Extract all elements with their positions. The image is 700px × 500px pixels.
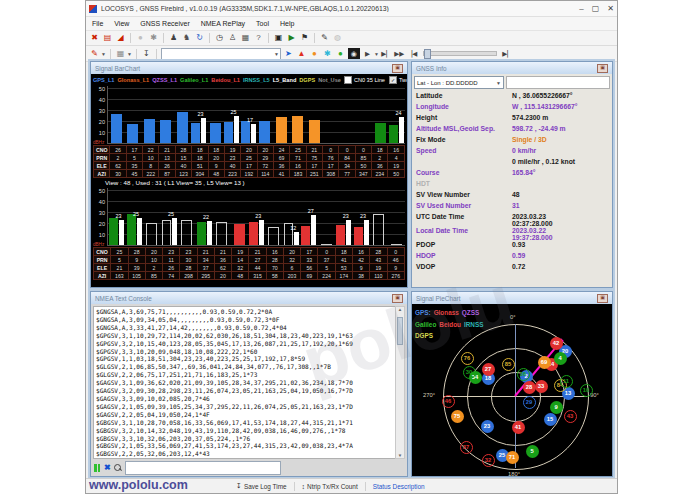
pen-icon[interactable]: ✎ (89, 48, 100, 60)
chevron-down-icon[interactable]: ▼ (127, 51, 132, 57)
checkbox-box[interactable] (344, 76, 352, 84)
status-item-save-log-time[interactable]: ↧Save Log Time (236, 482, 287, 490)
skip-forward-button[interactable]: ▶▶ (394, 48, 405, 60)
settings-icon[interactable]: ✱ (148, 32, 159, 44)
users-icon[interactable]: ♞ (181, 32, 192, 44)
ok-icon[interactable]: ● (335, 48, 346, 60)
image-view-icon[interactable]: ▣ (273, 32, 284, 44)
l5-bar (234, 116, 239, 144)
signal-bar (216, 222, 227, 245)
pause-button[interactable] (93, 463, 101, 473)
checkbox-box[interactable]: ✓ (389, 76, 397, 84)
person-icon[interactable]: ♙ (227, 32, 238, 44)
y-tick: 10 (93, 232, 105, 238)
bar-value-label: 27 (308, 208, 314, 214)
cell-ele: 17 (306, 162, 322, 170)
cell-ele: 37 (197, 264, 214, 272)
gnss-panel-title: GNSS Info (416, 65, 597, 72)
nmea-sentence: $GNRMC,023728.000,A,3603.93136,N,11508.5… (96, 458, 394, 459)
menu-item-file[interactable]: File (92, 20, 103, 27)
bar-group-prn-18: 23 (191, 86, 208, 143)
user-icon[interactable]: ♟ (168, 32, 179, 44)
signal-bar (127, 214, 136, 245)
maximize-button[interactable]: ▢ (592, 5, 600, 13)
menu-item-help[interactable]: Help (280, 20, 294, 27)
field-value: 0.93 (512, 241, 525, 248)
bar-value-label: 25 (168, 211, 174, 217)
grid-select-icon[interactable]: ▦ (240, 32, 251, 44)
edit-note-icon[interactable]: ✎ (319, 32, 330, 44)
scroll-thumb[interactable] (397, 317, 403, 345)
signal-quality-icon[interactable]: ◢ (115, 32, 126, 44)
bar-group-prn-84 (339, 86, 356, 143)
signal-panel-menu-button[interactable]: ▣ (392, 64, 403, 73)
polar-legend-dgps: DGPS (415, 332, 433, 339)
nmea-panel-menu-button[interactable]: ▣ (392, 294, 403, 303)
nmea-console-panel: NMEA Text Console ▣ $GNGSA,A,3,69,75,71,… (90, 291, 408, 477)
save-log-icon[interactable]: ▤ (102, 32, 113, 44)
checkbox-cn0-35-line[interactable]: CN0 35 Line (344, 76, 385, 84)
menu-item-nmea-replay[interactable]: NMEA RePlay (201, 20, 245, 27)
cell-cno: 20 (283, 248, 300, 256)
fill-grid-icon[interactable]: ▦ (115, 48, 126, 60)
bar-group-prn-30 (178, 188, 195, 245)
latlon-format-select[interactable]: Lat - Lon : DD.DDDDD ▼ (414, 76, 504, 89)
jump-end-button[interactable]: ▶▏ (502, 48, 513, 60)
cell-azi: 45 (126, 170, 142, 178)
cell-ele: 6 (283, 264, 300, 272)
timer-icon[interactable]: ◷ (214, 32, 225, 44)
record-view-button[interactable]: ◉ (348, 48, 360, 59)
satellite-prn-23: 23 (481, 420, 494, 433)
gnss-panel-menu-button[interactable]: ▣ (597, 64, 608, 73)
clear-button[interactable]: ✖ (104, 463, 111, 472)
slider-thumb[interactable] (424, 49, 431, 59)
nmea-search-input[interactable] (125, 461, 281, 475)
latlon-format-input[interactable] (506, 76, 610, 89)
cell-azi: 69 (301, 272, 318, 280)
replay-file-select[interactable]: ▼ (161, 48, 281, 60)
disconnect-icon[interactable]: ✖ (89, 32, 100, 44)
latlon-format-value: Lat - Lon : DD.DDDDD (417, 80, 478, 86)
hot-icon[interactable]: ▲ (296, 48, 307, 60)
checkbox-two-layer[interactable]: ✓Two Layer (389, 76, 407, 84)
nmea-text-area[interactable]: $GNGSA,A,3,69,75,71,,,,,,,,,,0.93,0.59,0… (93, 306, 397, 459)
step-forward-button[interactable]: ▶▏ (381, 48, 392, 60)
scroll-down-icon[interactable]: ▼ (396, 453, 404, 458)
y-axis-unit: dBHz (93, 242, 104, 247)
l5-bar (119, 220, 124, 245)
cold-icon[interactable]: ✱ (322, 48, 333, 60)
nmea-scrollbar[interactable]: ▲ ▼ (395, 306, 405, 459)
bar-group-prn-15 (174, 86, 191, 143)
bar-group-prn-9: 25 (125, 188, 142, 245)
scroll-up-icon[interactable]: ▲ (396, 307, 404, 312)
menu-item-gnss-receiver[interactable]: GNSS Receiver (140, 20, 189, 27)
close-button[interactable]: ✕ (607, 5, 614, 13)
satellite-prn-46: 46 (442, 395, 455, 408)
help-bubble-icon[interactable]: ? (253, 32, 264, 44)
polar-panel-menu-button[interactable]: ▣ (597, 294, 608, 303)
status-item-ntrip-tx-rx-count[interactable]: ↕Ntrip Tx/Rx Count (302, 483, 358, 490)
send-plane-icon[interactable]: ➤ (283, 48, 294, 60)
menu-item-view[interactable]: View (114, 20, 129, 27)
play-button[interactable]: ▶ (362, 48, 373, 60)
minimize-button[interactable]: – (579, 5, 583, 13)
field-value: 0.59 (512, 252, 525, 259)
signal-panel-title: Signal BarChart (95, 65, 392, 72)
send-icon[interactable]: ▶ (286, 32, 297, 44)
menu-item-tool[interactable]: Tool (256, 20, 269, 27)
field-label: Longitude (416, 103, 512, 110)
refresh-icon[interactable]: ↻ (194, 32, 205, 44)
status-item-status-description[interactable]: Status Description (373, 483, 425, 490)
bar-value-label: 25 (133, 211, 139, 217)
replay-position-slider[interactable] (423, 51, 497, 56)
chevron-down-icon[interactable]: ▼ (374, 51, 379, 57)
options-icon[interactable]: ◍ (332, 32, 343, 44)
cell-prn: 28 (266, 256, 283, 264)
download-icon[interactable]: ↧ (141, 48, 152, 60)
chevron-down-icon[interactable]: ▼ (101, 51, 106, 57)
axis-label-n: 0° (510, 314, 516, 320)
warm-icon[interactable]: ● (309, 48, 320, 60)
stop-icon[interactable]: ● (135, 32, 146, 44)
skip-back-button[interactable]: ▕◀ (407, 48, 418, 60)
flag-icon[interactable]: ⚑ (299, 32, 310, 44)
